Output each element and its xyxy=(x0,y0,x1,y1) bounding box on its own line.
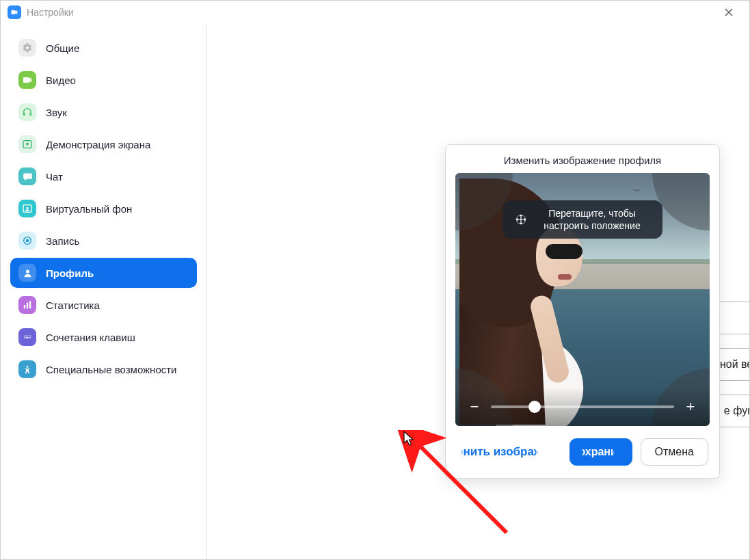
save-button[interactable]: охрани xyxy=(570,438,632,466)
svg-rect-14 xyxy=(27,336,28,336)
change-image-link[interactable]: енить изображ xyxy=(457,445,542,459)
svg-rect-19 xyxy=(30,337,31,338)
zoom-track[interactable] xyxy=(491,405,674,408)
svg-rect-9 xyxy=(27,303,28,309)
virtual-background-icon xyxy=(18,200,36,217)
svg-point-7 xyxy=(26,269,29,273)
sidebar-item-label: Звук xyxy=(46,107,67,118)
statistics-icon xyxy=(18,296,36,314)
keyboard-icon xyxy=(18,328,36,346)
sidebar-item-general[interactable]: Общие xyxy=(10,33,197,63)
settings-window: Настройки Общие Видео xyxy=(0,0,750,560)
bird-icon: ︶ xyxy=(633,185,641,197)
titlebar: Настройки xyxy=(1,1,749,24)
zoom-in-button[interactable]: + xyxy=(684,398,697,416)
svg-rect-1 xyxy=(29,113,31,116)
sidebar-item-label: Демонстрация экрана xyxy=(46,139,150,150)
svg-rect-15 xyxy=(29,336,29,336)
sidebar-item-statistics[interactable]: Статистика xyxy=(10,290,197,320)
profile-icon xyxy=(18,264,36,282)
svg-rect-11 xyxy=(23,334,31,340)
settings-content: икина филь льной версии е функции Измени… xyxy=(207,24,749,559)
modal-actions: енить изображ охрани Отмена xyxy=(446,426,719,478)
svg-rect-0 xyxy=(23,113,25,116)
image-crop-area[interactable]: ︶ xyxy=(455,173,710,426)
sidebar-item-label: Виртуальный фон xyxy=(46,203,132,215)
sidebar-item-chat[interactable]: Чат xyxy=(10,161,197,191)
sidebar-item-label: Запись xyxy=(46,235,79,247)
headphones-icon xyxy=(18,103,36,121)
sidebar-item-label: Сочетания клавиш xyxy=(46,332,135,343)
sidebar-item-label: Чат xyxy=(46,171,63,183)
zoom-out-button[interactable]: − xyxy=(468,398,481,416)
save-button-label: охрани xyxy=(578,446,617,458)
accessibility-icon xyxy=(18,360,36,378)
mouse-cursor-icon xyxy=(403,431,416,447)
move-icon xyxy=(515,213,527,226)
svg-rect-8 xyxy=(24,305,25,308)
svg-rect-10 xyxy=(29,301,31,308)
svg-point-4 xyxy=(26,207,28,209)
button-label-fragment: е функции xyxy=(724,405,750,417)
video-icon xyxy=(18,71,36,89)
record-icon xyxy=(18,232,36,250)
sidebar-item-recording[interactable]: Запись xyxy=(10,226,197,256)
svg-rect-13 xyxy=(25,336,26,336)
sidebar-item-video[interactable]: Видео xyxy=(10,65,197,95)
drag-tooltip-text: Перетащите, чтобы настроить положение xyxy=(534,207,650,232)
drag-tooltip: Перетащите, чтобы настроить положение xyxy=(503,200,662,239)
edit-profile-image-modal: Изменить изображение профиля ︶ xyxy=(445,144,720,479)
svg-point-21 xyxy=(27,366,29,368)
svg-rect-17 xyxy=(24,337,25,338)
zoom-handle[interactable] xyxy=(528,401,541,413)
window-title: Настройки xyxy=(27,7,715,18)
sidebar-item-label: Общие xyxy=(46,42,79,54)
modal-title: Изменить изображение профиля xyxy=(446,145,719,173)
sidebar-item-label: Специальные возможности xyxy=(46,364,177,375)
sidebar-item-accessibility[interactable]: Специальные возможности xyxy=(10,354,197,384)
sidebar-item-share-screen[interactable]: Демонстрация экрана xyxy=(10,129,197,159)
svg-rect-12 xyxy=(24,336,25,336)
zoom-logo-icon xyxy=(8,5,21,19)
close-icon xyxy=(725,8,733,16)
sidebar-item-label: Видео xyxy=(46,75,76,86)
sidebar-item-shortcuts[interactable]: Сочетания клавиш xyxy=(10,322,197,352)
cancel-button[interactable]: Отмена xyxy=(641,438,708,466)
sidebar-item-audio[interactable]: Звук xyxy=(10,97,197,127)
chat-icon xyxy=(18,168,36,185)
zoom-slider: − + xyxy=(455,388,710,426)
sidebar-item-profile[interactable]: Профиль xyxy=(10,258,197,288)
gear-icon xyxy=(18,39,36,57)
window-close-button[interactable] xyxy=(715,1,742,24)
svg-rect-16 xyxy=(30,336,31,336)
sidebar-item-label: Статистика xyxy=(46,299,100,311)
svg-point-6 xyxy=(26,239,29,243)
settings-sidebar: Общие Видео Звук Демонстрация экрана xyxy=(1,24,207,559)
sidebar-item-label: Профиль xyxy=(46,267,94,279)
sidebar-item-virtual-background[interactable]: Виртуальный фон xyxy=(10,194,197,224)
svg-rect-18 xyxy=(25,337,29,338)
share-screen-icon xyxy=(18,135,36,153)
